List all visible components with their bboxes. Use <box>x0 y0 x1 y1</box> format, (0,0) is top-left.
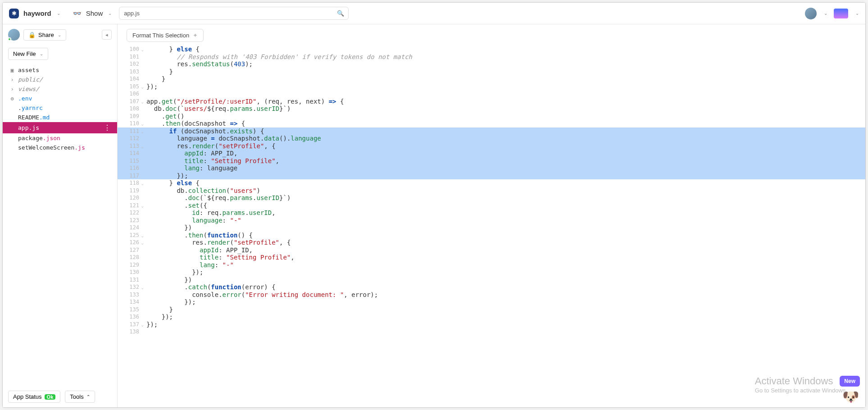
code-content[interactable]: } else { <box>144 46 865 53</box>
project-name[interactable]: hayword <box>23 9 51 17</box>
code-content[interactable]: .doc(`${req.params.userID}`) <box>144 194 865 202</box>
user-avatar[interactable] <box>805 8 817 19</box>
code-line[interactable]: 123 language: "-" <box>118 217 865 224</box>
code-line[interactable]: 116 lang: language <box>118 164 865 172</box>
code-content[interactable]: .then(docSnapshot => { <box>144 120 865 128</box>
presence-avatar[interactable] <box>8 29 20 41</box>
code-line[interactable]: 130 }); <box>118 269 865 276</box>
code-content[interactable]: title: "Setting Profile", <box>144 157 865 165</box>
code-line[interactable]: 114 appId: APP_ID, <box>118 150 865 157</box>
code-line[interactable]: 121⌄ .set({ <box>118 202 865 210</box>
code-content[interactable]: } else { <box>144 179 865 187</box>
code-content[interactable]: console.error("Error writing document: "… <box>144 291 865 299</box>
fold-caret-icon[interactable]: ⌄ <box>141 98 144 106</box>
code-content[interactable]: appId: APP_ID, <box>144 246 865 254</box>
code-line[interactable]: 110⌄ .then(docSnapshot => { <box>118 120 865 128</box>
code-line[interactable]: 134 }); <box>118 298 865 306</box>
code-line[interactable]: 107⌄app.get("/setProfile/:userID", (req,… <box>118 98 865 105</box>
fold-caret-icon[interactable]: ⌄ <box>141 180 144 187</box>
code-content[interactable]: .set({ <box>144 202 865 210</box>
jump-to-input[interactable] <box>119 7 349 20</box>
code-content[interactable]: // Responds with '403 Forbidden' if veri… <box>144 53 865 61</box>
code-content[interactable]: .then(function() { <box>144 232 865 239</box>
code-line[interactable]: 132⌄ .catch(function(error) { <box>118 283 865 291</box>
show-button-label[interactable]: Show <box>86 9 103 17</box>
tools-button[interactable]: Tools ⌃ <box>65 391 95 403</box>
file-tree-item[interactable]: ›views/ <box>3 84 117 94</box>
file-tree-item[interactable]: ›public/ <box>3 75 117 84</box>
code-line[interactable]: 108 db.doc(`users/${req.params.userID}`) <box>118 105 865 113</box>
code-content[interactable]: } <box>144 306 865 314</box>
code-line[interactable]: 109 .get() <box>118 113 865 120</box>
file-tree-item[interactable]: ⚙.env <box>3 94 117 103</box>
code-content[interactable]: language = docSnapshot.data().language <box>144 135 865 142</box>
code-line[interactable]: 136 }); <box>118 313 865 321</box>
new-badge-button[interactable]: New <box>840 376 860 387</box>
search-icon[interactable]: 🔍 <box>337 10 344 17</box>
code-editor[interactable]: 100⌄ } else {101 // Responds with '403 F… <box>118 46 865 407</box>
code-content[interactable]: if (docSnapshot.exists) { <box>144 128 865 135</box>
fold-caret-icon[interactable]: ⌄ <box>141 143 144 150</box>
code-content[interactable]: .catch(function(error) { <box>144 283 865 291</box>
code-line[interactable]: 122 id: req.params.userID, <box>118 209 865 217</box>
file-tree-item[interactable]: app.js⋮ <box>3 122 117 133</box>
fold-caret-icon[interactable]: ⌄ <box>141 232 144 240</box>
fold-caret-icon[interactable]: ⌄ <box>141 202 144 210</box>
code-content[interactable]: id: req.params.userID, <box>144 209 865 217</box>
code-line[interactable]: 103 } <box>118 68 865 76</box>
file-tree-item[interactable]: package.json <box>3 133 117 143</box>
fold-caret-icon[interactable]: ⌄ <box>141 321 144 329</box>
code-content[interactable]: title: "Setting Profile", <box>144 254 865 261</box>
code-line[interactable]: 137⌄}); <box>118 321 865 328</box>
code-content[interactable]: }); <box>144 172 865 180</box>
code-content[interactable]: }); <box>144 298 865 306</box>
code-line[interactable]: 126⌄ res.render("setProfile", { <box>118 239 865 246</box>
code-content[interactable]: lang: "-" <box>144 261 865 269</box>
code-content[interactable]: appId: APP_ID, <box>144 150 865 157</box>
glitch-menu-caret[interactable]: ⌄ <box>855 11 859 16</box>
file-tree-item[interactable]: README.md <box>3 113 117 122</box>
show-dropdown-caret[interactable]: ⌄ <box>108 11 112 16</box>
file-tree-item[interactable]: .yarnrc <box>3 103 117 113</box>
code-content[interactable]: } <box>144 68 865 76</box>
file-tree-item[interactable]: setWelcomeScreen.js <box>3 143 117 152</box>
app-status-button[interactable]: App Status Ok <box>8 391 60 403</box>
fold-caret-icon[interactable]: ⌄ <box>141 83 144 91</box>
code-content[interactable]: }); <box>144 83 865 91</box>
fold-caret-icon[interactable]: ⌄ <box>141 284 144 292</box>
code-line[interactable]: 133 console.error("Error writing documen… <box>118 291 865 299</box>
project-dropdown-caret[interactable]: ⌄ <box>57 11 60 16</box>
code-line[interactable]: 117 }); <box>118 172 865 180</box>
code-line[interactable]: 131 }) <box>118 276 865 284</box>
code-line[interactable]: 115 title: "Setting Profile", <box>118 157 865 165</box>
code-content[interactable]: db.collection("users") <box>144 187 865 195</box>
user-menu-caret[interactable]: ⌄ <box>824 11 827 16</box>
code-content[interactable]: }) <box>144 224 865 232</box>
code-line[interactable]: 104 } <box>118 75 865 83</box>
code-line[interactable]: 129 lang: "-" <box>118 261 865 269</box>
code-content[interactable]: }) <box>144 276 865 284</box>
code-content[interactable]: .get() <box>144 113 865 120</box>
code-line[interactable]: 135 } <box>118 306 865 314</box>
code-line[interactable]: 106 <box>118 90 865 98</box>
code-content[interactable]: }); <box>144 313 865 321</box>
code-content[interactable]: lang: language <box>144 164 865 172</box>
code-line[interactable]: 138 <box>118 328 865 336</box>
fold-caret-icon[interactable]: ⌄ <box>141 46 144 54</box>
code-content[interactable]: db.doc(`users/${req.params.userID}`) <box>144 105 865 113</box>
code-content[interactable] <box>144 328 865 336</box>
tree-item-menu-icon[interactable]: ⋮ <box>104 123 111 132</box>
code-content[interactable]: res.sendStatus(403); <box>144 60 865 68</box>
glitch-logo-icon[interactable] <box>9 9 19 18</box>
code-content[interactable]: res.render("setProfile", { <box>144 142 865 150</box>
code-line[interactable]: 112 language = docSnapshot.data().langua… <box>118 135 865 142</box>
code-content[interactable]: language: "-" <box>144 217 865 224</box>
share-button[interactable]: 🔒 Share ⌄ <box>23 29 66 41</box>
collapse-sidebar-button[interactable]: ◂ <box>102 30 112 40</box>
code-line[interactable]: 124 }) <box>118 224 865 232</box>
new-file-button[interactable]: New File ⌄ <box>8 48 48 60</box>
code-line[interactable]: 100⌄ } else { <box>118 46 865 53</box>
fold-caret-icon[interactable]: ⌄ <box>141 239 144 247</box>
code-content[interactable]: }); <box>144 321 865 328</box>
glitch-fish-icon[interactable] <box>834 9 848 18</box>
